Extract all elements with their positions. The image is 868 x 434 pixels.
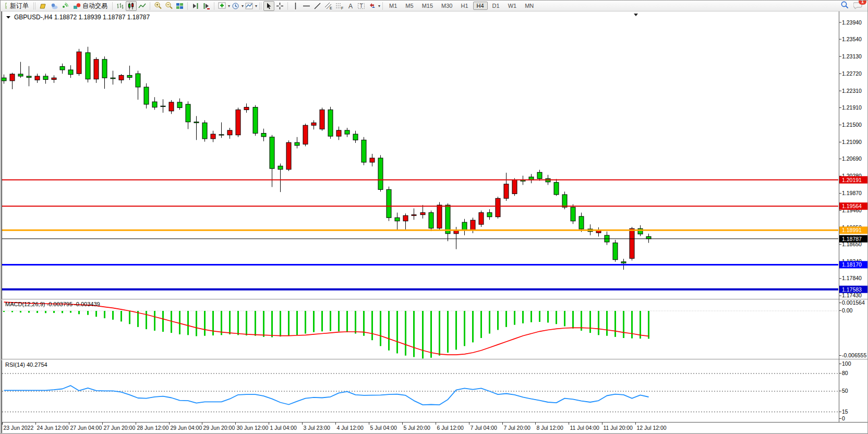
separator	[112, 2, 113, 10]
macd-bar	[422, 311, 424, 358]
macd-bar	[11, 311, 13, 312]
macd-bar	[606, 311, 608, 336]
candle-body	[537, 172, 542, 178]
separator	[187, 2, 188, 10]
time-axis-label: 4 Jul 12:00	[337, 425, 364, 431]
candle-body	[202, 123, 207, 139]
trendline-icon[interactable]	[312, 1, 323, 11]
toolbar-grip[interactable]	[33, 3, 35, 9]
candle-body	[244, 107, 249, 110]
macd-bar	[346, 311, 348, 332]
timeframe-button-mn[interactable]: MN	[521, 2, 537, 10]
time-axis-label: 29 Jun 20:00	[203, 425, 235, 431]
text-label-icon[interactable]: T	[356, 1, 367, 11]
macd-bar	[405, 311, 406, 356]
candle-body	[311, 123, 316, 125]
candle-body	[211, 134, 215, 139]
zoom-in-icon[interactable]	[152, 1, 163, 11]
timeframe-button-m30[interactable]: M30	[438, 2, 456, 10]
chart-shift-icon[interactable]	[201, 1, 212, 11]
crosshair-icon[interactable]	[274, 1, 285, 11]
chart-area[interactable]: GBPUSD-,H4 1.18872 1.18939 1.18787 1.187…	[1, 1, 868, 434]
toolbar-grip[interactable]	[259, 3, 261, 9]
candle-body	[77, 52, 81, 74]
candle-body	[194, 122, 199, 123]
vertical-line-icon[interactable]	[290, 1, 301, 11]
zoom-out-icon[interactable]	[163, 1, 174, 11]
timeframe-button-m5[interactable]: M5	[402, 2, 417, 10]
macd-bar	[321, 311, 323, 331]
candle-body	[127, 75, 132, 77]
equidistant-channel-icon[interactable]: E	[323, 1, 334, 11]
candle-body	[144, 87, 149, 104]
candle-body	[227, 130, 232, 135]
periods-icon[interactable]	[230, 1, 241, 11]
rsi-axis-label: 0	[842, 415, 845, 421]
svg-text:A: A	[348, 3, 353, 10]
candle-body	[621, 262, 626, 263]
macd-bar	[280, 311, 281, 336]
fibonacci-icon[interactable]: F	[334, 1, 345, 11]
cursor-icon[interactable]	[263, 1, 274, 11]
candle-body	[186, 104, 190, 122]
timeframe-button-h1[interactable]: H1	[457, 2, 472, 10]
candle-body	[320, 110, 324, 129]
timeframe-button-w1[interactable]: W1	[504, 2, 521, 10]
arrows-icon[interactable]	[367, 1, 378, 11]
indicators-icon[interactable]	[216, 1, 227, 11]
macd-bar	[196, 311, 197, 336]
trading-terminal-window: { "toolbar": { "new_order_label": "新订单",…	[0, 0, 868, 434]
svg-text:T: T	[360, 3, 363, 9]
candle-body	[378, 158, 383, 189]
candle-body	[512, 180, 517, 194]
auto-scroll-icon[interactable]	[190, 1, 201, 11]
arrows-dropdown-icon[interactable]: ▾	[378, 4, 380, 8]
separator	[150, 2, 150, 10]
new-order-button[interactable]: 新订单	[7, 2, 31, 10]
macd-bar	[589, 311, 591, 333]
candle-body	[278, 166, 283, 169]
candle-body	[295, 142, 299, 146]
search-icon[interactable]	[840, 1, 849, 11]
signals-icon[interactable]	[59, 1, 70, 11]
notifications-icon[interactable]: 1	[853, 1, 863, 11]
candlestick-chart-icon[interactable]	[126, 1, 137, 11]
separator	[287, 2, 288, 10]
candle-body	[412, 215, 416, 216]
timeframe-button-h4[interactable]: H4	[473, 2, 488, 10]
candle-body	[462, 222, 467, 230]
community-icon[interactable]	[49, 1, 59, 11]
time-axis-label: 27 Jun 04:00	[70, 425, 102, 431]
macd-bar	[455, 311, 457, 349]
timeframe-button-m15[interactable]: M15	[418, 2, 437, 10]
tile-windows-icon[interactable]	[174, 1, 185, 11]
candle-body	[111, 78, 115, 79]
price-badge-label: 1.18787	[842, 236, 862, 242]
macd-bar	[104, 311, 105, 318]
autotrading-button[interactable]: 自动交易	[70, 2, 110, 10]
price-tick-label: 1.23540	[842, 36, 862, 42]
templates-icon[interactable]	[244, 1, 255, 11]
timeframe-button-m1[interactable]: M1	[385, 2, 401, 10]
candle-body	[236, 110, 240, 135]
time-axis-label: 7 Jul 20:00	[504, 425, 531, 431]
price-tick-label: 1.21910	[842, 104, 862, 111]
macd-bar	[648, 311, 649, 339]
bar-chart-icon[interactable]	[115, 1, 126, 11]
macd-bar	[87, 311, 89, 315]
text-icon[interactable]: A	[345, 1, 356, 11]
time-axis-label: 6 Jul 12:00	[437, 425, 464, 431]
line-chart-icon[interactable]	[137, 1, 148, 11]
metaeditor-icon[interactable]	[38, 1, 49, 11]
macd-bar	[564, 311, 565, 326]
templates-dropdown-icon[interactable]: ▾	[255, 4, 257, 8]
time-axis-label: 29 Jun 04:00	[171, 425, 202, 431]
candle-body	[52, 78, 56, 79]
timeframe-button-d1[interactable]: D1	[489, 2, 503, 10]
macd-bar	[631, 311, 633, 339]
time-axis-label: 30 Jun 12:00	[237, 425, 269, 431]
horizontal-line-icon[interactable]	[301, 1, 312, 11]
time-axis-label: 1 Jul 04:00	[270, 425, 297, 431]
macd-bar	[305, 311, 306, 334]
macd-bar	[640, 311, 641, 339]
